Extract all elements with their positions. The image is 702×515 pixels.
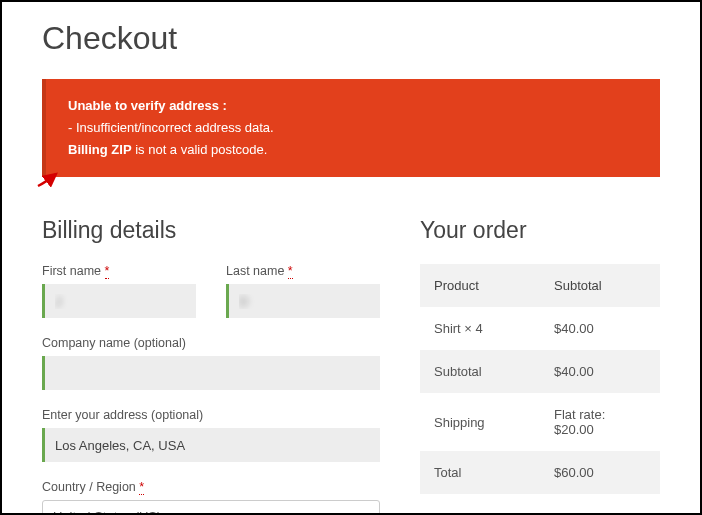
country-select-value: United States (US) bbox=[53, 509, 161, 515]
company-field: Company name (optional) bbox=[42, 336, 380, 390]
last-name-input[interactable] bbox=[226, 284, 380, 318]
last-name-field: Last name * bbox=[226, 264, 380, 318]
first-name-input[interactable] bbox=[42, 284, 196, 318]
order-shipping-label: Shipping bbox=[420, 393, 540, 451]
order-shipping-row: Shipping Flat rate: $20.00 bbox=[420, 393, 660, 451]
order-subtotal-label: Subtotal bbox=[420, 350, 540, 393]
order-header-subtotal: Subtotal bbox=[540, 264, 660, 307]
order-item-row: Shirt × 4 $40.00 bbox=[420, 307, 660, 350]
country-select[interactable]: United States (US) bbox=[42, 500, 380, 515]
country-label-text: Country / Region bbox=[42, 480, 136, 494]
order-item-name: Shirt × 4 bbox=[420, 307, 540, 350]
order-heading: Your order bbox=[420, 217, 660, 244]
error-line-2: - Insufficient/incorrect address data. bbox=[68, 117, 638, 139]
order-subtotal-row: Subtotal $40.00 bbox=[420, 350, 660, 393]
first-name-label-text: First name bbox=[42, 264, 101, 278]
billing-details-section: Billing details First name * Last name *… bbox=[42, 217, 380, 515]
company-input[interactable] bbox=[42, 356, 380, 390]
address-field: Enter your address (optional) bbox=[42, 408, 380, 462]
first-name-label: First name * bbox=[42, 264, 196, 278]
country-label: Country / Region * bbox=[42, 480, 380, 494]
error-line-1: Unable to verify address : bbox=[68, 95, 638, 117]
billing-heading: Billing details bbox=[42, 217, 380, 244]
last-name-label: Last name * bbox=[226, 264, 380, 278]
required-mark: * bbox=[105, 264, 110, 279]
address-label: Enter your address (optional) bbox=[42, 408, 380, 422]
order-item-subtotal: $40.00 bbox=[540, 307, 660, 350]
required-mark: * bbox=[139, 480, 144, 495]
order-total-row: Total $60.00 bbox=[420, 451, 660, 494]
order-table-header: Product Subtotal bbox=[420, 264, 660, 307]
page-title: Checkout bbox=[42, 20, 660, 57]
order-shipping-value: Flat rate: $20.00 bbox=[540, 393, 660, 451]
error-line-3: Billing ZIP is not a valid postcode. bbox=[68, 139, 638, 161]
error-alert: Unable to verify address : - Insufficien… bbox=[42, 79, 660, 177]
order-summary-section: Your order Product Subtotal Shirt × 4 $4… bbox=[420, 217, 660, 515]
error-field-msg: is not a valid postcode. bbox=[132, 142, 268, 157]
country-field: Country / Region * United States (US) bbox=[42, 480, 380, 515]
first-name-field: First name * bbox=[42, 264, 196, 318]
required-mark: * bbox=[288, 264, 293, 279]
address-input[interactable] bbox=[42, 428, 380, 462]
order-header-product: Product bbox=[420, 264, 540, 307]
order-total-label: Total bbox=[420, 451, 540, 494]
company-label: Company name (optional) bbox=[42, 336, 380, 350]
error-field-name: Billing ZIP bbox=[68, 142, 132, 157]
last-name-label-text: Last name bbox=[226, 264, 284, 278]
annotation-arrow-icon bbox=[36, 170, 62, 188]
order-subtotal-value: $40.00 bbox=[540, 350, 660, 393]
order-table: Product Subtotal Shirt × 4 $40.00 Subtot… bbox=[420, 264, 660, 494]
order-total-value: $60.00 bbox=[540, 451, 660, 494]
